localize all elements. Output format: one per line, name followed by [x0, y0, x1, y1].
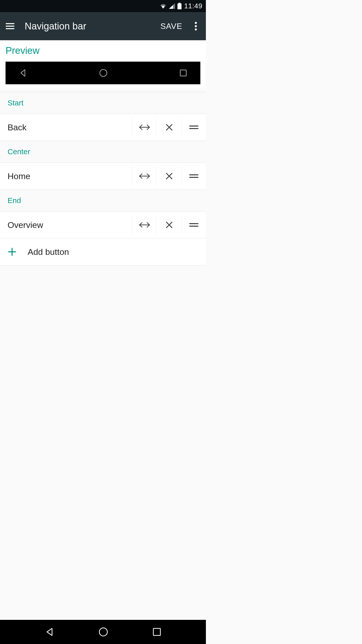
svg-point-5 [195, 22, 197, 24]
svg-point-6 [195, 25, 197, 27]
back-icon [19, 69, 27, 77]
button-row-home[interactable]: Home [0, 163, 206, 189]
drag-handle-icon [189, 125, 198, 130]
svg-rect-10 [189, 126, 198, 127]
save-button[interactable]: SAVE [158, 19, 184, 33]
close-icon [165, 124, 173, 131]
horizontal-arrows-icon [139, 222, 150, 228]
horizontal-arrows-icon [139, 173, 150, 179]
svg-rect-12 [189, 174, 198, 175]
overflow-button[interactable] [189, 19, 203, 33]
svg-rect-3 [6, 26, 14, 27]
section-header-end: End [0, 190, 206, 211]
battery-icon [177, 3, 182, 9]
svg-rect-15 [189, 226, 198, 227]
drag-handle-icon [189, 174, 198, 178]
svg-rect-9 [180, 70, 186, 76]
clock-text: 11:49 [184, 2, 202, 10]
hamburger-icon [6, 23, 14, 29]
drag-handle[interactable] [181, 118, 206, 137]
svg-rect-2 [6, 23, 14, 24]
remove-button[interactable] [157, 118, 181, 137]
row-label: Overview [8, 220, 132, 230]
svg-point-7 [195, 28, 197, 30]
cell-signal-icon [169, 3, 175, 9]
svg-rect-11 [189, 128, 198, 129]
close-icon [165, 221, 173, 229]
section-header-center: Center [0, 141, 206, 163]
row-label: Back [8, 123, 132, 132]
menu-button[interactable] [3, 19, 17, 33]
drag-handle[interactable] [181, 215, 206, 234]
svg-rect-4 [6, 28, 14, 29]
remove-button[interactable] [157, 167, 181, 186]
section-header-start: Start [0, 92, 206, 114]
app-bar: Navigation bar SAVE [0, 12, 206, 40]
home-icon [99, 68, 108, 77]
row-label: Home [8, 171, 132, 181]
overview-icon [179, 69, 187, 77]
status-bar: 11:49 [0, 0, 206, 12]
svg-rect-1 [178, 3, 180, 4]
preview-heading: Preview [6, 45, 200, 56]
button-row-overview[interactable]: Overview [0, 212, 206, 238]
svg-rect-0 [177, 4, 182, 9]
width-button[interactable] [132, 167, 157, 186]
divider [0, 265, 206, 265]
width-button[interactable] [132, 118, 157, 137]
close-icon [165, 172, 173, 180]
drag-handle-icon [189, 223, 198, 227]
more-vert-icon [195, 22, 197, 30]
drag-handle[interactable] [181, 167, 206, 186]
nav-preview-box [6, 62, 200, 84]
preview-section: Preview [0, 40, 206, 88]
add-button-label: Add button [28, 247, 69, 257]
plus-icon [8, 247, 28, 256]
width-button[interactable] [132, 215, 157, 234]
remove-button[interactable] [157, 215, 181, 234]
svg-rect-14 [189, 223, 198, 224]
page-title: Navigation bar [25, 21, 158, 32]
svg-point-8 [100, 69, 107, 76]
wifi-icon [160, 4, 166, 9]
button-row-back[interactable]: Back [0, 114, 206, 141]
add-button-row[interactable]: Add button [0, 238, 206, 265]
horizontal-arrows-icon [139, 124, 150, 130]
svg-rect-13 [189, 177, 198, 178]
